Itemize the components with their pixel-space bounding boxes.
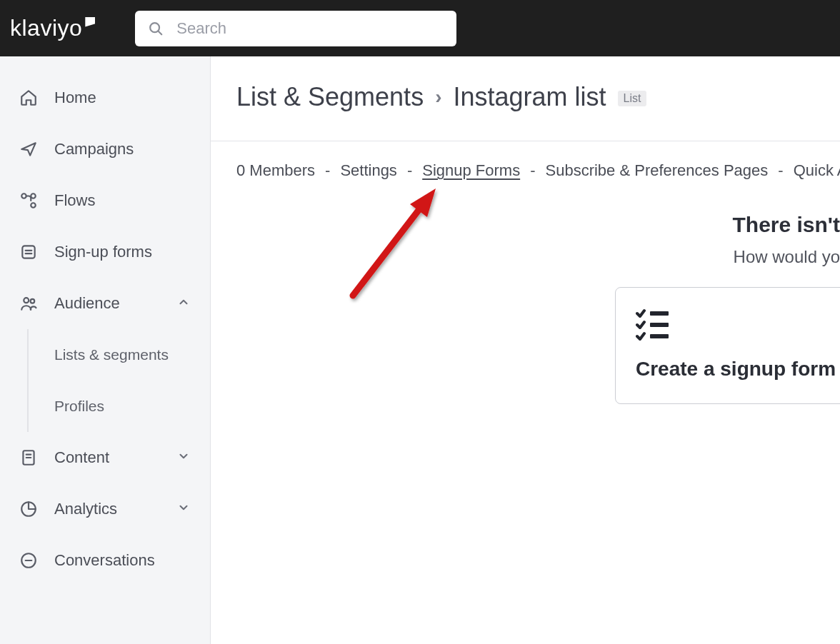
card-create-signup-form[interactable]: Create a signup form <box>615 287 840 404</box>
brand-name: klaviyo <box>10 15 82 41</box>
svg-line-1 <box>159 31 162 34</box>
tab-separator: - <box>530 161 535 180</box>
tab-members[interactable]: 0 Members <box>236 161 315 180</box>
tab-signup-forms[interactable]: Signup Forms <box>422 161 520 180</box>
tab-settings[interactable]: Settings <box>340 161 397 180</box>
analytics-icon <box>19 500 39 518</box>
tab-subscribe-preferences[interactable]: Subscribe & Preferences Pages <box>545 161 768 180</box>
sidebar: Home Campaigns Flows Sign-up forms Audie <box>0 56 211 644</box>
flows-icon <box>19 191 39 210</box>
svg-rect-17 <box>650 323 669 327</box>
sidebar-subnav-audience: Lists & segments Profiles <box>27 329 210 432</box>
svg-rect-16 <box>650 311 669 316</box>
layout: Home Campaigns Flows Sign-up forms Audie <box>0 56 840 644</box>
sidebar-subitem-lists-segments[interactable]: Lists & segments <box>29 329 210 381</box>
tab-quick-add[interactable]: Quick Add <box>794 161 840 180</box>
tab-separator: - <box>325 161 330 180</box>
sidebar-subitem-label: Profiles <box>54 398 104 415</box>
sidebar-subitem-profiles[interactable]: Profiles <box>29 381 210 432</box>
sidebar-item-label: Conversations <box>54 551 155 570</box>
sidebar-item-label: Flows <box>54 191 95 210</box>
breadcrumb: List & Segments › Instagram list List <box>211 82 840 112</box>
tab-separator: - <box>407 161 412 180</box>
content-icon <box>19 448 39 467</box>
tab-separator: - <box>778 161 783 180</box>
chevron-down-icon <box>177 500 190 518</box>
sidebar-item-label: Analytics <box>54 500 117 518</box>
empty-state-heading: There isn't <box>211 180 840 237</box>
svg-rect-5 <box>22 246 34 258</box>
form-icon <box>19 243 39 261</box>
home-icon <box>19 89 39 107</box>
action-cards: Create a signup form Configure <box>589 267 840 404</box>
sidebar-item-label: Audience <box>54 294 120 313</box>
main-content: List & Segments › Instagram list List 0 … <box>211 56 840 644</box>
sidebar-item-label: Campaigns <box>54 140 134 159</box>
sidebar-item-home[interactable]: Home <box>0 72 210 124</box>
send-icon <box>19 140 39 159</box>
sidebar-item-label: Content <box>54 448 109 467</box>
svg-point-9 <box>31 299 35 303</box>
chevron-up-icon <box>177 294 190 313</box>
svg-point-8 <box>24 298 29 303</box>
sidebar-item-campaigns[interactable]: Campaigns <box>0 124 210 175</box>
type-badge: List <box>618 91 647 106</box>
sidebar-item-signup-forms[interactable]: Sign-up forms <box>0 226 210 278</box>
empty-state-subtext: How would yo <box>211 237 840 267</box>
sidebar-item-conversations[interactable]: Conversations <box>0 535 210 586</box>
topbar: klaviyo <box>0 0 840 56</box>
svg-point-3 <box>31 203 36 208</box>
sidebar-item-label: Home <box>54 89 96 107</box>
conversations-icon <box>19 551 39 570</box>
audience-icon <box>19 294 39 313</box>
tabs: 0 Members - Settings - Signup Forms - Su… <box>211 141 840 180</box>
sidebar-item-label: Sign-up forms <box>54 243 152 261</box>
search-icon <box>148 21 164 36</box>
sidebar-subitem-label: Lists & segments <box>54 346 169 363</box>
chevron-right-icon: › <box>435 86 441 109</box>
brand-flag-icon <box>85 17 95 27</box>
checklist-icon <box>636 308 840 342</box>
sidebar-item-audience[interactable]: Audience <box>0 278 210 329</box>
card-title: Create a signup form <box>636 358 840 381</box>
search-box[interactable] <box>135 11 456 46</box>
sidebar-item-flows[interactable]: Flows <box>0 175 210 226</box>
brand-logo[interactable]: klaviyo <box>10 15 95 41</box>
sidebar-item-content[interactable]: Content <box>0 432 210 483</box>
breadcrumb-root[interactable]: List & Segments <box>236 82 424 112</box>
breadcrumb-current: Instagram list <box>453 82 606 112</box>
sidebar-item-analytics[interactable]: Analytics <box>0 483 210 535</box>
svg-rect-18 <box>650 334 669 338</box>
chevron-down-icon <box>177 448 190 467</box>
search-input[interactable] <box>176 19 444 38</box>
